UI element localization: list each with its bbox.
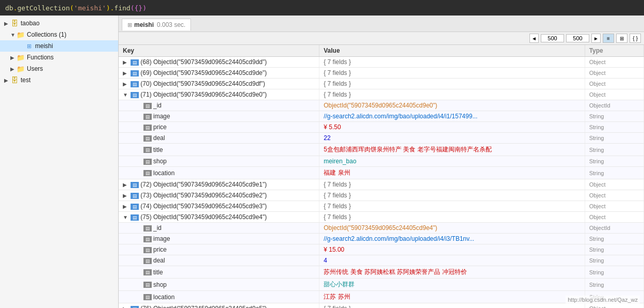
table-row-child[interactable]: ▤location福建 泉州String bbox=[119, 167, 644, 179]
cell-child-type: String bbox=[585, 244, 643, 255]
cell-value: { 7 fields } bbox=[319, 201, 585, 212]
cell-child-value: ¥ 5.50 bbox=[319, 122, 585, 133]
table-row[interactable]: ▶ ▤(74) ObjectId("59073459d0965c24405cd9… bbox=[119, 201, 644, 212]
table-row-child[interactable]: ▤shop甜心小群群String bbox=[119, 279, 644, 291]
table-container[interactable]: Key Value Type ▶ ▤(68) ObjectId("5907345… bbox=[119, 45, 644, 308]
table-row[interactable]: ▶ ▤(73) ObjectId("59073459d0965c24405cd9… bbox=[119, 190, 644, 201]
expand-arrow[interactable]: ▶ bbox=[123, 182, 129, 188]
db-icon-test: 🗄 bbox=[10, 76, 19, 84]
table-row-child[interactable]: ▤title苏州传统 美食 苏阿姨松糕 苏阿姨荣誉产品 冲冠特价String bbox=[119, 266, 644, 279]
field-icon: ▤ bbox=[143, 114, 152, 120]
table-row-child[interactable]: ▤price¥ 15.00String bbox=[119, 244, 644, 255]
tab-bar: ⊞ meishi 0.003 sec. bbox=[119, 16, 644, 32]
table-row-child[interactable]: ▤image//g-search2.alicdn.com/img/bao/upl… bbox=[119, 111, 644, 122]
cell-type: Object bbox=[585, 68, 643, 79]
data-table: Key Value Type ▶ ▤(68) ObjectId("5907345… bbox=[119, 45, 644, 308]
cell-type: Object bbox=[585, 57, 643, 68]
row-icon: ▤ bbox=[131, 70, 139, 76]
table-row-child[interactable]: ▤title5盒包邮浦西珲肉饼泉州特产 美食 老字号福建闽南特产名杀配Strin… bbox=[119, 144, 644, 156]
sidebar-label-test: test bbox=[21, 76, 30, 84]
table-row[interactable]: ▶ ▤(72) ObjectId("59073459d0965c24405cd9… bbox=[119, 179, 644, 190]
table-row-child[interactable]: ▤location江苏 苏州String bbox=[119, 291, 644, 303]
sidebar-label-functions: Functions bbox=[27, 54, 54, 61]
field-icon: ▤ bbox=[143, 147, 152, 153]
cell-child-value: 5盒包邮浦西珲肉饼泉州特产 美食 老字号福建闽南特产名杀配 bbox=[319, 144, 585, 156]
table-row[interactable]: ▶ ▤(76) ObjectId("59073459d0965c24405cd9… bbox=[119, 303, 644, 309]
sidebar-item-functions[interactable]: ▶ 📁 Functions bbox=[0, 52, 118, 63]
expand-arrow[interactable]: ▶ bbox=[123, 193, 129, 198]
toolbar: ◄ ► ≡ ⊞ { } bbox=[119, 32, 644, 45]
table-row-child[interactable]: ▤shopmeiren_baoString bbox=[119, 156, 644, 167]
expand-arrow[interactable]: ▼ bbox=[123, 214, 129, 220]
field-icon: ▤ bbox=[143, 282, 152, 288]
table-row[interactable]: ▶ ▤(68) ObjectId("59073459d0965c24405cd9… bbox=[119, 57, 644, 68]
cell-child-value: ¥ 15.00 bbox=[319, 244, 585, 255]
sidebar-item-collections[interactable]: ▼ 📁 Collections (1) bbox=[0, 29, 118, 40]
expand-arrow[interactable]: ▶ bbox=[123, 204, 129, 209]
table-row-child[interactable]: ▤image//g-search2.alicdn.com/img/bao/upl… bbox=[119, 234, 644, 244]
table-row-child[interactable]: ▤deal22String bbox=[119, 133, 644, 144]
field-icon: ▤ bbox=[143, 269, 152, 275]
table-row-child[interactable]: ▤_idObjectId("59073459d0965c24405cd9e4")… bbox=[119, 223, 644, 234]
sidebar-label-meishi: meishi bbox=[35, 42, 53, 50]
col-header-type: Type bbox=[585, 45, 643, 57]
row-icon: ▤ bbox=[131, 193, 139, 199]
cell-type: Object bbox=[585, 190, 643, 201]
table-row[interactable]: ▼ ▤(75) ObjectId("59073459d0965c24405cd9… bbox=[119, 212, 644, 223]
view-grid-button[interactable]: ⊞ bbox=[616, 34, 627, 43]
cell-child-type: ObjectId bbox=[585, 100, 643, 111]
sidebar-item-users[interactable]: ▶ 📁 Users bbox=[0, 63, 118, 74]
expand-arrow[interactable]: ▼ bbox=[123, 92, 129, 98]
page-input-1[interactable] bbox=[541, 34, 564, 42]
view-json-button[interactable]: { } bbox=[630, 34, 641, 43]
table-row-child[interactable]: ▤_idObjectId("59073459d0965c24405cd9e0")… bbox=[119, 100, 644, 111]
cell-child-type: String bbox=[585, 156, 643, 167]
row-icon: ▤ bbox=[131, 306, 139, 308]
arrow-collections: ▼ bbox=[10, 32, 17, 38]
sidebar-item-taobao[interactable]: ▶ 🗄 taobao bbox=[0, 18, 118, 29]
field-icon: ▤ bbox=[143, 258, 152, 264]
page-input-2[interactable] bbox=[566, 34, 589, 42]
expand-arrow[interactable]: ▶ bbox=[123, 59, 129, 65]
table-row-child[interactable]: ▤price¥ 5.50String bbox=[119, 122, 644, 133]
view-list-button[interactable]: ≡ bbox=[603, 34, 614, 43]
main-layout: ▶ 🗄 taobao ▼ 📁 Collections (1) ⊞ meishi … bbox=[0, 16, 644, 308]
nav-next-button[interactable]: ► bbox=[591, 34, 601, 43]
cell-child-value: 甜心小群群 bbox=[319, 279, 585, 291]
cell-child-type: String bbox=[585, 122, 643, 133]
col-header-key: Key bbox=[119, 45, 319, 57]
nav-prev-button[interactable]: ◄ bbox=[529, 34, 539, 43]
sidebar-label-taobao: taobao bbox=[21, 20, 40, 27]
cell-child-value: ObjectId("59073459d0965c24405cd9e0") bbox=[319, 100, 585, 111]
field-icon: ▤ bbox=[143, 103, 152, 109]
expand-arrow[interactable]: ▶ bbox=[123, 306, 129, 308]
table-row[interactable]: ▼ ▤(71) ObjectId("59073459d0965c24405cd9… bbox=[119, 89, 644, 100]
cell-child-type: String bbox=[585, 144, 643, 156]
cell-child-type: String bbox=[585, 111, 643, 122]
arrow-test: ▶ bbox=[4, 78, 10, 83]
sidebar-item-test[interactable]: ▶ 🗄 test bbox=[0, 74, 118, 86]
cell-child-value: 苏州传统 美食 苏阿姨松糕 苏阿姨荣誉产品 冲冠特价 bbox=[319, 266, 585, 279]
query-text: db.getCollection('meishi').find({}) bbox=[5, 4, 147, 12]
sidebar-label-users: Users bbox=[27, 65, 43, 72]
expand-arrow[interactable]: ▶ bbox=[123, 70, 129, 76]
cell-value: { 7 fields } bbox=[319, 89, 585, 100]
query-bar: db.getCollection('meishi').find({}) bbox=[0, 0, 644, 16]
toolbar-right: ◄ ► ≡ ⊞ { } bbox=[529, 34, 641, 43]
expand-arrow[interactable]: ▶ bbox=[123, 81, 129, 87]
content-area: ⊞ meishi 0.003 sec. ◄ ► ≡ ⊞ { } bbox=[119, 16, 644, 308]
row-icon: ▤ bbox=[131, 59, 139, 66]
cell-type: Object bbox=[585, 79, 643, 89]
tab-meishi[interactable]: ⊞ meishi 0.003 sec. bbox=[122, 19, 191, 30]
cell-child-type: ObjectId bbox=[585, 223, 643, 234]
cell-type: Object bbox=[585, 212, 643, 223]
table-row-child[interactable]: ▤deal4String bbox=[119, 255, 644, 266]
sidebar-item-meishi[interactable]: ⊞ meishi bbox=[0, 40, 118, 52]
table-row[interactable]: ▶ ▤(69) ObjectId("59073459d0965c24405cd9… bbox=[119, 68, 644, 79]
sidebar-section: ▶ 🗄 taobao ▼ 📁 Collections (1) ⊞ meishi … bbox=[0, 16, 118, 88]
row-icon: ▤ bbox=[131, 81, 139, 87]
tab-time: 0.003 sec. bbox=[157, 21, 185, 28]
table-row[interactable]: ▶ ▤(70) ObjectId("59073459d0965c24405cd9… bbox=[119, 79, 644, 89]
cell-value: { 7 fields } bbox=[319, 79, 585, 89]
folder-icon-collections: 📁 bbox=[17, 30, 25, 39]
